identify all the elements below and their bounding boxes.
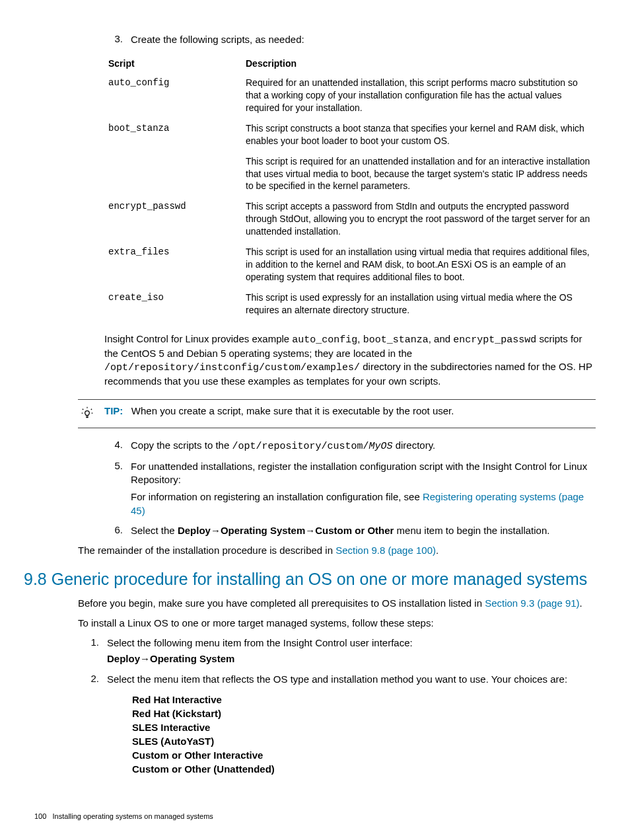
b-step-1-menu: Deploy→Operating System xyxy=(107,652,596,666)
remainder-pre: The remainder of the installation proced… xyxy=(78,545,335,556)
script-desc: This script is required for an unattende… xyxy=(246,151,597,197)
section-heading: 9.8 Generic procedure for installing an … xyxy=(24,569,596,590)
section-9-3-link[interactable]: Section 9.3 (page 91) xyxy=(485,597,579,609)
b-step-1-number: 1. xyxy=(81,636,107,666)
table-row: encrypt_passwd This script accepts a pas… xyxy=(108,196,597,242)
before-post: . xyxy=(580,597,582,609)
step-4-number: 4. xyxy=(104,439,131,453)
step-6-pre: Select the xyxy=(131,525,178,536)
step-6-menu: Deploy→Operating System→Custom or Other xyxy=(178,525,394,536)
section-9-8-link[interactable]: Section 9.8 (page 100) xyxy=(335,545,436,556)
tip-text: When you create a script, make sure that… xyxy=(131,405,454,416)
step-4-path2: MyOS xyxy=(368,441,392,452)
b-step-1-body: Select the following menu item from the … xyxy=(107,636,596,666)
page-footer: 100 Installing operating systems on mana… xyxy=(34,812,213,820)
footer-title: Installing operating systems on managed … xyxy=(53,812,213,820)
tip-label: TIP: xyxy=(104,405,123,416)
before-paragraph: Before you begin, make sure you have com… xyxy=(78,597,596,610)
insight-sep1: , xyxy=(357,333,363,344)
step-4-body: Copy the scripts to the /opt/repository/… xyxy=(131,439,596,453)
os-option: Custom or Other Interactive xyxy=(132,748,596,762)
table-row: auto_config Required for an unattended i… xyxy=(108,73,597,118)
insight-script1: auto_config xyxy=(292,334,357,346)
script-name: boot_stanza xyxy=(108,118,246,196)
insight-path: /opt/repository/instconfig/custom/exampl… xyxy=(104,362,360,373)
script-name: extra_files xyxy=(108,242,246,287)
step-5-text: For unattended installations, register t… xyxy=(131,460,596,487)
col-script-header: Script xyxy=(108,54,246,73)
step-5-p2: For information on registering an instal… xyxy=(131,490,596,517)
tip-body: TIP: When you create a script, make sure… xyxy=(96,405,596,416)
b-step-2-number: 2. xyxy=(81,673,107,686)
table-row: extra_files This script is used for an i… xyxy=(108,242,597,287)
table-row: boot_stanza This script constructs a boo… xyxy=(108,118,597,151)
col-description-header: Description xyxy=(246,54,597,73)
os-option: Red Hat (Kickstart) xyxy=(132,706,596,720)
step-5-p2a: For information on registering an instal… xyxy=(131,491,423,502)
step-3-number: 3. xyxy=(104,33,131,46)
b-step-2-body: Select the menu item that reflects the O… xyxy=(107,673,596,686)
b-step-2-text: Select the menu item that reflects the O… xyxy=(107,673,596,686)
step-6: 6. Select the Deploy→Operating System→Cu… xyxy=(104,524,596,537)
page-number: 100 xyxy=(34,812,46,820)
os-option: SLES (AutoYaST) xyxy=(132,734,596,748)
step-5-number: 5. xyxy=(104,460,131,517)
lightbulb-icon xyxy=(78,406,96,422)
b-step-1: 1. Select the following menu item from t… xyxy=(81,636,596,666)
script-name: encrypt_passwd xyxy=(108,196,246,242)
step-5: 5. For unattended installations, registe… xyxy=(104,460,596,517)
table-row: create_iso This script is used expressly… xyxy=(108,287,597,321)
scripts-table: Script Description auto_config Required … xyxy=(108,54,597,320)
step-6-number: 6. xyxy=(104,524,131,537)
script-desc: This script is used expressly for an ins… xyxy=(246,287,597,321)
step-4: 4. Copy the scripts to the /opt/reposito… xyxy=(104,439,596,453)
script-name: auto_config xyxy=(108,73,246,118)
os-option: SLES Interactive xyxy=(132,720,596,734)
script-desc: This script constructs a boot stanza tha… xyxy=(246,118,597,151)
insight-script3: encrypt_passwd xyxy=(453,334,536,346)
step-3-text: Create the following scripts, as needed: xyxy=(131,33,596,46)
remainder-paragraph: The remainder of the installation proced… xyxy=(78,544,596,557)
before-pre: Before you begin, make sure you have com… xyxy=(78,597,485,609)
remainder-post: . xyxy=(436,545,438,556)
script-desc: Required for an unattended installation,… xyxy=(246,73,597,118)
step-4-post: directory. xyxy=(392,439,435,451)
step-3: 3. Create the following scripts, as need… xyxy=(104,33,596,46)
scripts-table-wrap: Script Description auto_config Required … xyxy=(104,54,596,320)
script-name: create_iso xyxy=(108,287,246,321)
b-step-2: 2. Select the menu item that reflects th… xyxy=(81,673,596,686)
toinstall-paragraph: To install a Linux OS to one or more tar… xyxy=(78,617,596,630)
step-6-post: menu item to begin the installation. xyxy=(394,525,549,536)
script-desc: This script accepts a password from StdI… xyxy=(246,196,597,242)
insight-paragraph: Insight Control for Linux provides examp… xyxy=(104,332,596,389)
tip-box: TIP: When you create a script, make sure… xyxy=(78,399,596,428)
os-options-list: Red Hat Interactive Red Hat (Kickstart) … xyxy=(132,693,596,776)
b-step-1-text: Select the following menu item from the … xyxy=(107,636,596,650)
insight-pre: Insight Control for Linux provides examp… xyxy=(104,333,292,344)
script-desc: This script is used for an installation … xyxy=(246,242,597,287)
step-4-pre: Copy the scripts to the xyxy=(131,439,232,451)
insight-sep2: , and xyxy=(429,333,454,344)
os-option: Red Hat Interactive xyxy=(132,693,596,706)
step-5-body: For unattended installations, register t… xyxy=(131,460,596,517)
os-option: Custom or Other (Unattended) xyxy=(132,762,596,776)
insight-script2: boot_stanza xyxy=(363,334,429,346)
step-6-body: Select the Deploy→Operating System→Custo… xyxy=(131,524,596,537)
step-4-path1: /opt/repository/custom/ xyxy=(232,441,368,452)
